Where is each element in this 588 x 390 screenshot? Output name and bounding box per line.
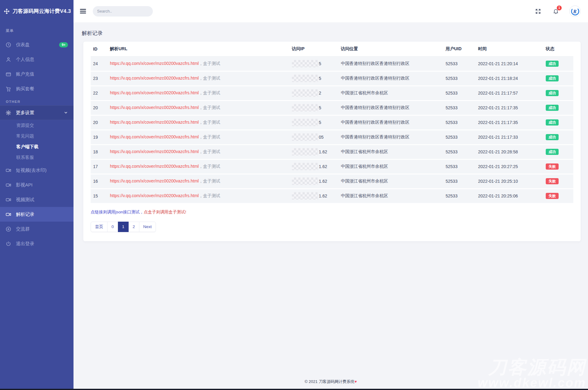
cell-id: 18 — [91, 144, 107, 159]
pagination-first-button[interactable]: 首页 — [91, 222, 107, 232]
box-test-link[interactable]: 盒子测试 — [203, 105, 220, 110]
box-test-link[interactable]: 盒子测试 — [203, 134, 220, 139]
menu-toggle-button[interactable] — [80, 8, 86, 14]
cell-time: 2022-01-21 20:25:06 — [476, 189, 543, 203]
note-blue-text: 点链接则调用json接口测试， — [91, 210, 144, 214]
box-test-link[interactable]: 盒子测试 — [203, 149, 220, 154]
cell-location: 中国浙江省杭州市余杭区 — [338, 144, 443, 159]
box-test-link[interactable]: 盒子测试 — [203, 61, 220, 66]
cell-ip: 1.62 — [289, 159, 338, 174]
cell-uid: 52533 — [443, 100, 476, 115]
cell-ip: 1.62 — [289, 144, 338, 159]
box-test-link[interactable]: 盒子测试 — [203, 76, 220, 81]
parse-url-link[interactable]: https://v.qq.com/x/cover/mzc00200vazcfrs… — [110, 76, 199, 81]
table-row: 16 https://v.qq.com/x/cover/mzc00200vazc… — [91, 174, 573, 189]
sidebar-subitem-contact-support[interactable]: 联系客服 — [0, 152, 74, 163]
box-test-link[interactable]: 盒子测试 — [203, 90, 220, 95]
sidebar-item-label: 仪表盘 — [16, 42, 30, 48]
status-badge: 失败 — [546, 163, 559, 170]
parse-url-link[interactable]: https://v.qq.com/x/cover/mzc00200vazcfrs… — [110, 178, 199, 183]
dashboard-count-badge: 9+ — [59, 42, 68, 47]
notifications-button[interactable]: 1 — [553, 8, 559, 14]
table-header-row: ID 解析URL 访问IP 访问位置 用户UID 时间 状态 — [91, 42, 573, 56]
sidebar-item-label: 视频测试 — [16, 197, 34, 203]
table-row: 15 https://v.qq.com/x/cover/mzc00200vazc… — [91, 189, 573, 203]
sidebar-item-label: 退出登录 — [16, 241, 34, 247]
sidebar-item-logout[interactable]: 退出登录 — [0, 236, 74, 251]
cell-uid: 52533 — [443, 56, 476, 71]
ip-tail: 5 — [319, 61, 321, 66]
box-test-link[interactable]: 盒子测试 — [203, 120, 220, 125]
app-logo[interactable]: 刀客源码网云海计费V4.3 — [0, 0, 74, 22]
notification-count-badge: 1 — [557, 6, 562, 10]
cell-ip: 1.62 — [289, 189, 338, 203]
sidebar-item-parse-records[interactable]: 解析记录 — [0, 207, 74, 222]
cell-uid: 52533 — [443, 144, 476, 159]
box-test-link[interactable]: 盒子测试 — [203, 178, 220, 183]
parse-url-link[interactable]: https://v.qq.com/x/cover/mzc00200vazcfrs… — [110, 90, 199, 95]
avatar[interactable]: R — [569, 6, 581, 17]
parse-url-link[interactable]: https://v.qq.com/x/cover/mzc00200vazcfrs… — [110, 61, 199, 66]
status-badge: 成功 — [546, 134, 559, 140]
cell-ip: 5 — [289, 115, 338, 130]
sidebar-subitem-resource-submit[interactable]: 资源提交 — [0, 120, 74, 131]
sidebar-item-chat-group[interactable]: 交流群 — [0, 222, 74, 236]
box-test-link[interactable]: 盒子测试 — [203, 193, 220, 198]
cell-id: 22 — [91, 86, 107, 100]
parse-url-link[interactable]: https://v.qq.com/x/cover/mzc00200vazcfrs… — [110, 120, 199, 125]
sidebar-item-more-settings[interactable]: 更多设置 — [0, 105, 74, 120]
cell-time: 2022-01-21 21:17:35 — [476, 115, 543, 130]
cell-time: 2022-01-21 21:18:24 — [476, 71, 543, 86]
ip-tail: 1.62 — [319, 179, 327, 184]
status-badge: 成功 — [546, 61, 559, 67]
sidebar-subitem-client-download[interactable]: 客户端下载 — [0, 141, 74, 152]
content: 解析记录 ID 解析URL 访问IP 访问位置 用户UID 时间 状态 — [74, 22, 588, 390]
sidebar-item-video-test[interactable]: 视频测试 — [0, 192, 74, 207]
parse-url-link[interactable]: https://v.qq.com/x/cover/mzc00200vazcfrs… — [110, 164, 199, 169]
cell-ip: 5 — [289, 71, 338, 86]
cell-url: https://v.qq.com/x/cover/mzc00200vazcfrs… — [107, 189, 289, 203]
cell-uid: 52533 — [443, 86, 476, 100]
cell-ip: 1.62 — [289, 174, 338, 189]
url-separator: ， — [199, 149, 203, 154]
cell-time: 2022-01-21 21:17:33 — [476, 130, 543, 144]
sidebar-item-buy-package[interactable]: 购买套餐 — [0, 81, 74, 96]
pagination-page-0[interactable]: 0 — [107, 222, 118, 232]
sidebar-item-dashboard[interactable]: 仪表盘 9+ — [0, 37, 74, 52]
heart-icon: ♥ — [355, 379, 357, 384]
cell-time: 2022-01-21 21:20:14 — [476, 56, 543, 71]
sidebar-item-label: 个人信息 — [16, 57, 34, 62]
sidebar-subitem-faq[interactable]: 常见问题 — [0, 131, 74, 141]
fullscreen-button[interactable] — [535, 8, 541, 14]
ip-redacted-mosaic — [292, 119, 318, 126]
move-icon — [4, 8, 10, 14]
parse-url-link[interactable]: https://v.qq.com/x/cover/mzc00200vazcfrs… — [110, 134, 199, 139]
cell-url: https://v.qq.com/x/cover/mzc00200vazcfrs… — [107, 100, 289, 115]
sidebar-item-movie-api[interactable]: 影视API — [0, 178, 74, 192]
page-title: 解析记录 — [74, 22, 588, 37]
pagination-page-1-active[interactable]: 1 — [118, 222, 129, 232]
parse-url-link[interactable]: https://v.qq.com/x/cover/mzc00200vazcfrs… — [110, 193, 199, 198]
sidebar-item-label: 交流群 — [16, 226, 30, 232]
pagination-page-2[interactable]: 2 — [128, 222, 139, 232]
site-watermark: 刀客源码网 www.dkewl.com — [478, 358, 586, 389]
cell-time: 2022-01-21 21:17:35 — [476, 100, 543, 115]
parse-url-link[interactable]: https://v.qq.com/x/cover/mzc00200vazcfrs… — [110, 149, 199, 154]
sidebar-item-profile[interactable]: 个人信息 — [0, 52, 74, 67]
table-row: 23 https://v.qq.com/x/cover/mzc00200vazc… — [91, 71, 573, 86]
wallet-card-icon — [6, 71, 11, 77]
cell-status: 成功 — [543, 144, 573, 159]
sidebar-section-other: OTHER — [0, 100, 74, 103]
parse-url-link[interactable]: https://v.qq.com/x/cover/mzc00200vazcfrs… — [110, 105, 199, 110]
video-camera-icon — [6, 197, 11, 203]
search-input[interactable] — [97, 9, 151, 13]
sidebar-item-label: 短视频(去水印) — [16, 167, 47, 173]
header-location: 访问位置 — [338, 42, 443, 56]
box-test-link[interactable]: 盒子测试 — [203, 164, 220, 169]
sidebar-item-short-video[interactable]: 短视频(去水印) — [0, 163, 74, 178]
cell-status: 成功 — [543, 56, 573, 71]
header-ip: 访问IP — [289, 42, 338, 56]
pagination-next-button[interactable]: Next — [139, 222, 156, 232]
main-area: 1 R 解析记录 ID 解析URL 访问IP 访问位置 — [74, 0, 588, 390]
sidebar-item-recharge[interactable]: 账户充值 — [0, 67, 74, 81]
